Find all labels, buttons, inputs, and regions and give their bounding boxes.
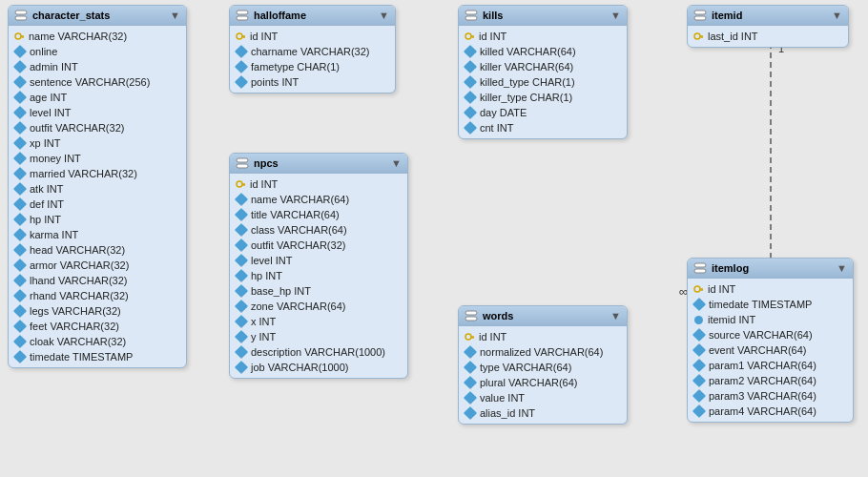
field-name: killed_type CHAR(1): [480, 75, 575, 89]
field-name: value INT: [480, 391, 525, 404]
table-header-words: words ▼: [459, 306, 627, 326]
table-header-halloffame: halloffame ▼: [230, 6, 395, 26]
field-name: killer_type CHAR(1): [480, 91, 572, 104]
dropdown-icon[interactable]: ▼: [610, 10, 621, 21]
field-name: param2 VARCHAR(64): [709, 374, 816, 387]
diamond-blue-icon: [464, 45, 477, 58]
diamond-blue-icon: [464, 121, 477, 135]
diamond-blue-icon: [13, 213, 27, 226]
table-row: name VARCHAR(32): [9, 29, 186, 44]
field-name: killed VARCHAR(64): [480, 45, 576, 58]
diamond-blue-icon: [13, 243, 27, 257]
svg-rect-33: [465, 311, 477, 315]
table-row: outfit VARCHAR(32): [9, 120, 186, 135]
field-name: id INT: [479, 330, 506, 343]
table-row: killed_type CHAR(1): [459, 74, 627, 90]
svg-rect-27: [237, 158, 248, 162]
field-name: class VARCHAR(64): [251, 223, 347, 237]
diamond-blue-icon: [13, 152, 27, 165]
diamond-blue-icon: [13, 121, 27, 135]
diamond-blue-icon: [464, 376, 477, 389]
dropdown-icon[interactable]: ▼: [832, 10, 842, 21]
table-name-kills: kills: [483, 10, 503, 21]
table-body-npcs: id INTname VARCHAR(64)title VARCHAR(64)c…: [230, 174, 407, 378]
svg-rect-21: [694, 10, 706, 14]
db-icon: [693, 262, 707, 274]
table-row: name VARCHAR(64): [230, 192, 407, 207]
table-header-kills: kills ▼: [459, 6, 627, 26]
field-name: sentence VARCHAR(256): [30, 75, 150, 89]
table-row: xp INT: [9, 135, 186, 151]
table-row: last_id INT: [688, 29, 848, 44]
table-row: id INT: [459, 329, 627, 344]
dropdown-icon[interactable]: ▼: [391, 157, 402, 169]
table-row: param1 VARCHAR(64): [688, 358, 853, 373]
table-row: armor VARCHAR(32): [9, 258, 186, 273]
table-row: lhand VARCHAR(32): [9, 273, 186, 288]
table-row: killer VARCHAR(64): [459, 59, 627, 74]
svg-point-29: [237, 181, 242, 187]
table-row: y INT: [230, 329, 407, 344]
table-row: source VARCHAR(64): [688, 327, 853, 342]
table-itemlog: itemlog ▼ id INTtimedate TIMESTAMPitemid…: [687, 258, 854, 423]
field-name: param1 VARCHAR(64): [709, 359, 816, 372]
field-name: param4 VARCHAR(64): [709, 404, 816, 418]
diamond-blue-icon: [13, 197, 27, 211]
db-icon: [465, 310, 478, 321]
db-icon: [14, 10, 28, 21]
diamond-blue-icon: [13, 167, 27, 180]
dropdown-icon[interactable]: ▼: [610, 310, 621, 321]
dropdown-icon[interactable]: ▼: [170, 10, 180, 21]
svg-rect-15: [465, 10, 477, 14]
key-icon: [236, 179, 246, 190]
table-row: type VARCHAR(64): [459, 360, 627, 375]
table-row: money INT: [9, 151, 186, 166]
field-name: outfit VARCHAR(32): [30, 121, 124, 135]
field-name: married VARCHAR(32): [30, 167, 137, 180]
field-name: zone VARCHAR(64): [251, 300, 345, 313]
table-name-itemlog: itemlog: [712, 262, 749, 274]
field-name: charname VARCHAR(32): [251, 45, 370, 58]
key-icon: [693, 31, 704, 42]
diamond-blue-icon: [13, 45, 27, 58]
dropdown-icon[interactable]: ▼: [837, 262, 847, 274]
svg-rect-22: [694, 16, 706, 20]
diamond-blue-icon: [235, 238, 248, 252]
diamond-blue-icon: [464, 391, 477, 404]
field-name: id INT: [479, 30, 506, 43]
table-row: admin INT: [9, 59, 186, 74]
table-row: class VARCHAR(64): [230, 222, 407, 238]
field-name: def INT: [30, 197, 64, 211]
diamond-blue-icon: [13, 75, 27, 89]
table-row: legs VARCHAR(32): [9, 303, 186, 319]
field-name: cnt INT: [480, 121, 513, 135]
field-name: cloak VARCHAR(32): [30, 335, 126, 348]
diamond-blue-icon: [235, 45, 248, 58]
field-name: event VARCHAR(64): [709, 343, 807, 357]
field-name: source VARCHAR(64): [709, 328, 813, 342]
table-header-character-stats: character_stats ▼: [9, 6, 186, 26]
key-icon: [465, 332, 475, 342]
field-name: base_hp INT: [251, 284, 311, 298]
field-name: level INT: [30, 106, 71, 119]
diamond-blue-icon: [464, 91, 477, 104]
svg-point-5: [15, 33, 21, 39]
table-row: rhand VARCHAR(32): [9, 288, 186, 303]
field-name: id INT: [250, 30, 278, 43]
field-name: xp INT: [30, 136, 60, 150]
table-row: points INT: [230, 74, 395, 90]
diamond-blue-icon: [13, 350, 27, 363]
diamond-blue-icon: [464, 75, 477, 89]
diamond-blue-icon: [235, 60, 248, 73]
circle-blue-icon: [694, 316, 703, 324]
table-row: level INT: [230, 253, 407, 268]
db-icon: [693, 10, 707, 21]
db-icon: [236, 10, 249, 21]
key-icon: [465, 31, 475, 42]
diamond-blue-icon: [692, 298, 706, 311]
table-row: hp INT: [9, 212, 186, 227]
table-row: event VARCHAR(64): [688, 342, 853, 358]
dropdown-icon[interactable]: ▼: [379, 10, 389, 21]
table-row: timedate TIMESTAMP: [688, 297, 853, 312]
key-icon: [693, 284, 704, 295]
